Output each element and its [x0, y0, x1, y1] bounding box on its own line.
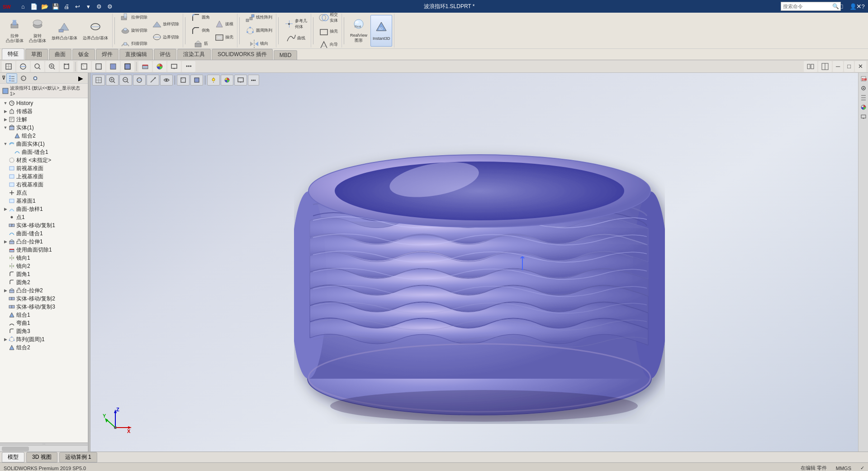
boundary-cut-btn[interactable]: 边界切除 — [150, 31, 181, 43]
linear-pattern-btn[interactable]: 线性阵列 — [243, 13, 274, 24]
extrude2-expand[interactable]: ▶ — [3, 288, 8, 293]
tab-model[interactable]: 模型 — [2, 452, 24, 462]
tree-item-mirror2[interactable]: 镜向2 — [0, 262, 88, 270]
intersect-btn[interactable]: 相交实体 — [317, 13, 340, 25]
solid-body-expand[interactable]: ▼ — [3, 125, 8, 130]
vp-display2-btn[interactable] — [234, 75, 247, 86]
tree-item-flex1[interactable]: 弯曲1 — [0, 319, 88, 327]
view-color-btn[interactable] — [153, 61, 166, 72]
vp-hide-btn[interactable] — [160, 75, 173, 86]
revolve-boss-btn[interactable]: 旋转凸台/基体 — [27, 15, 49, 47]
tree-item-front-plane[interactable]: 前视基准面 — [0, 164, 88, 172]
vp-light-btn[interactable] — [207, 75, 220, 86]
history-expand[interactable]: ▼ — [3, 100, 8, 106]
view-min-btn[interactable]: ─ — [833, 61, 843, 72]
tab-features[interactable]: 特征 — [2, 48, 24, 60]
view-close-btn[interactable]: ✕ — [855, 61, 866, 72]
tree-item-move1[interactable]: 实体-移动/复制1 — [0, 221, 88, 229]
tree-item-fillet1[interactable]: 圆角1 — [0, 270, 88, 278]
tab-sketch[interactable]: 草图 — [25, 49, 48, 60]
tree-item-combine2[interactable]: 组合2 — [0, 132, 88, 140]
home-btn[interactable]: ⌂ — [18, 1, 28, 11]
tree-item-move3[interactable]: 实体-移动/复制3 — [0, 303, 88, 311]
chamfer-btn[interactable]: 倒角 — [189, 24, 212, 37]
tree-item-surface-cut1[interactable]: 使用曲面切除1 — [0, 246, 88, 254]
tree-item-solid-body[interactable]: ▼ 实体(1) — [0, 124, 88, 132]
new-btn[interactable]: 📄 — [29, 1, 39, 11]
tab-weldment[interactable]: 焊件 — [96, 49, 119, 60]
pattern1-expand[interactable]: ▶ — [3, 337, 8, 342]
tab-direct-edit[interactable]: 直接编辑 — [119, 49, 153, 60]
rp-color-btn[interactable] — [859, 103, 868, 111]
circular-pattern-btn[interactable]: 圆周阵列 — [243, 24, 274, 37]
tree-item-extrude1[interactable]: ▶ 凸台-拉伸1 — [0, 238, 88, 246]
expand-btn[interactable]: ▶ — [75, 73, 86, 83]
tab-plugins[interactable]: SOLIDWORKS 插件 — [212, 49, 273, 60]
rib-btn[interactable]: 筋 — [189, 38, 212, 49]
tree-item-combine2-last[interactable]: 组合2 — [0, 343, 88, 352]
tree-item-fillet2[interactable]: 圆角2 — [0, 278, 88, 286]
view-magnify-btn[interactable] — [31, 61, 44, 72]
shell2-btn[interactable]: 抽壳 — [317, 25, 340, 38]
close-btn[interactable]: ✕ — [850, 0, 868, 13]
tree-item-pattern1[interactable]: ▶ 阵列(圆周)1 — [0, 335, 88, 343]
view-section2-btn[interactable] — [138, 61, 152, 72]
rp-display-btn[interactable] — [859, 113, 868, 121]
annotations-expand[interactable]: ▶ — [3, 117, 8, 122]
view-zoomfit-btn[interactable] — [60, 61, 73, 72]
mirror-btn[interactable]: 镜向 — [243, 38, 274, 49]
save-btn[interactable]: 💾 — [51, 1, 61, 11]
rebuild-btn[interactable]: ⚙ — [94, 1, 104, 11]
extrude1-expand[interactable]: ▶ — [3, 239, 8, 244]
view-max-btn[interactable]: □ — [844, 61, 854, 72]
rp-expand-btn[interactable] — [859, 94, 868, 102]
tree-item-surface-knit2[interactable]: 曲面-缝合1 — [0, 229, 88, 238]
undo-dropdown-btn[interactable]: ▾ — [83, 1, 93, 11]
tree-item-extrude2[interactable]: ▶ 凸台-拉伸2 — [0, 286, 88, 295]
curves-btn[interactable]: 曲线 — [282, 32, 309, 44]
tab-mbd[interactable]: MBD — [274, 50, 298, 60]
tab-surface[interactable]: 曲面 — [49, 49, 71, 60]
vp-shaded-btn[interactable] — [190, 75, 203, 86]
view-split-btn[interactable] — [818, 61, 832, 72]
view-shaded-btn[interactable] — [106, 61, 120, 72]
tree-item-origin[interactable]: 原点 — [0, 189, 88, 197]
rp-settings-btn[interactable] — [859, 84, 868, 92]
tree-item-top-plane[interactable]: 上视基准面 — [0, 172, 88, 181]
vp-wireframe-btn[interactable] — [177, 75, 190, 86]
revolve-cut-btn[interactable]: 旋转切除 — [119, 24, 149, 37]
tree-item-material[interactable]: 材质 <未指定> — [0, 156, 88, 164]
tree-item-fillet3[interactable]: 圆角3 — [0, 327, 88, 335]
tree-item-surface-knit[interactable]: 曲面-缝合1 — [0, 148, 88, 156]
weld-btn[interactable]: 向导 — [317, 38, 340, 49]
tree-item-combine1[interactable]: 组合1 — [0, 311, 88, 319]
vp-section-btn[interactable] — [133, 75, 146, 86]
scrollbar-thumb[interactable] — [2, 447, 29, 451]
vp-zoom-out-btn[interactable] — [119, 75, 132, 86]
vp-sketch-btn[interactable] — [147, 75, 159, 86]
tree-item-annotations[interactable]: ▶ 注解 — [0, 115, 88, 124]
loft-cut-btn[interactable]: 放样切除 — [150, 18, 181, 30]
tree-view-btn[interactable] — [6, 73, 17, 83]
vp-more2-btn[interactable]: ••• — [248, 75, 259, 86]
surface-body-expand[interactable]: ▼ — [3, 141, 8, 147]
tree-item-plane1[interactable]: 基准面1 — [0, 197, 88, 205]
sweep-cut-btn[interactable]: 扫描切除 — [119, 38, 149, 49]
loft1-expand[interactable]: ▶ — [3, 206, 8, 212]
tree-item-mirror1[interactable]: 镜向1 — [0, 254, 88, 262]
vp-zoom-in-btn[interactable] — [106, 75, 119, 86]
view-shaded-edges-btn[interactable] — [121, 61, 134, 72]
fillet-btn[interactable]: 圆角 — [189, 13, 212, 24]
vp-color-btn[interactable] — [221, 75, 233, 86]
view-display-btn[interactable] — [167, 61, 181, 72]
draft-btn[interactable]: 拔模 — [213, 18, 235, 30]
tab-3dview[interactable]: 3D 视图 — [26, 452, 57, 462]
rp-solidworks-btn[interactable]: SW — [859, 75, 868, 83]
extrude-cut-btn[interactable]: 拉伸切除 — [119, 13, 149, 24]
loft-boss-btn[interactable]: 放样凸台/基体 — [49, 15, 80, 47]
print-btn[interactable]: 🖨 — [62, 1, 71, 11]
instant3d-btn[interactable]: 3D Instant3D — [370, 15, 393, 47]
options-btn[interactable]: ⚙ — [105, 1, 115, 11]
view-more-btn[interactable]: ••• — [182, 61, 195, 72]
view-tabs-btn[interactable] — [804, 61, 817, 72]
